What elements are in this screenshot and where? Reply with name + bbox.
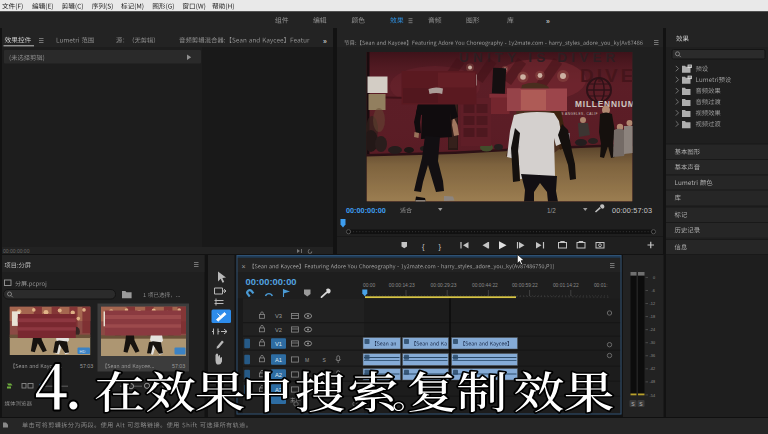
svg-text:-36: -36 [650, 354, 656, 358]
svg-text:-6: -6 [652, 289, 655, 293]
svg-text:-30: -30 [650, 341, 656, 345]
svg-text:00:01:14:22: 00:01:14:22 [553, 283, 579, 288]
svg-text:0: 0 [653, 276, 655, 280]
svg-text:00:01:: 00:01: [594, 283, 608, 288]
svg-text:1/2: 1/2 [547, 207, 556, 214]
svg-text:-42: -42 [650, 367, 656, 371]
svg-text:00:00:14:23: 00:00:14:23 [389, 283, 415, 288]
svg-text:V1: V1 [275, 341, 282, 347]
svg-text:HD: HD [80, 349, 86, 354]
svg-text:00:00:00:00: 00:00:00:00 [3, 248, 30, 254]
svg-text:V3: V3 [275, 313, 282, 319]
svg-text:57:03: 57:03 [80, 363, 93, 369]
svg-text:00:00:29:23: 00:00:29:23 [431, 283, 457, 288]
svg-text:M: M [305, 357, 309, 363]
svg-text:-24: -24 [650, 328, 656, 332]
svg-text:00:00:57:03: 00:00:57:03 [612, 206, 652, 215]
svg-text:-18: -18 [650, 315, 656, 319]
svg-text:-12: -12 [650, 302, 656, 306]
svg-text:00:00:00:00: 00:00:00:00 [346, 206, 386, 215]
svg-text:57:03: 57:03 [172, 363, 185, 369]
svg-text:-48: -48 [650, 380, 656, 384]
svg-text:×: × [242, 263, 246, 270]
svg-text:V2: V2 [275, 327, 282, 333]
svg-text:A1: A1 [275, 357, 282, 363]
svg-text:A3: A3 [275, 387, 282, 393]
svg-text:00:00:44:22: 00:00:44:22 [472, 283, 498, 288]
svg-text:A2: A2 [275, 372, 282, 378]
svg-text:»: » [546, 18, 550, 25]
svg-text:-54: -54 [650, 394, 656, 398]
svg-text:00:00: 00:00 [363, 283, 376, 288]
svg-text:»: » [323, 38, 327, 45]
svg-text:00:00:00:00: 00:00:00:00 [246, 276, 297, 287]
svg-text:00:00:59:22: 00:00:59:22 [512, 283, 538, 288]
